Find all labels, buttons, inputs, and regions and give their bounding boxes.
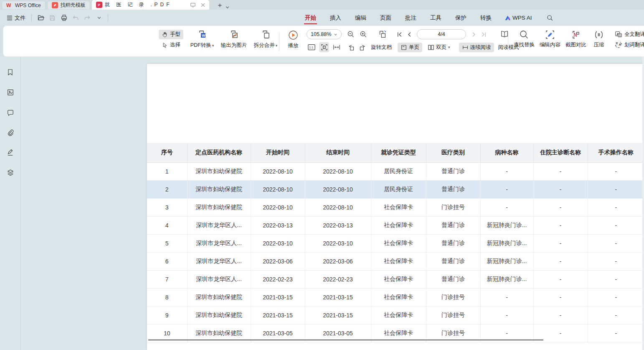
table-cell: 2022-08-10	[251, 180, 305, 198]
tab-list-chevron-icon[interactable]	[225, 5, 230, 10]
table-header-row: 序号 定点医药机构名称 开始时间 结束时间 就诊凭证类型 医疗类别 病种名称 住…	[147, 143, 644, 162]
tab-convert[interactable]: 转换	[479, 10, 492, 26]
hand-tool-button[interactable]: 手型	[159, 30, 183, 39]
tab-document-active[interactable]: P 就 医 记 录 .PDF	[92, 0, 210, 10]
fit-page-button[interactable]	[319, 42, 329, 52]
last-page-button[interactable]	[479, 29, 489, 39]
hamburger-icon	[7, 15, 13, 20]
page-indicator-input[interactable]: 4/4	[417, 29, 466, 39]
layers-icon[interactable]	[5, 167, 16, 178]
export-image-icon	[228, 29, 239, 40]
file-menu-button[interactable]: 文件	[4, 13, 28, 23]
table-cell: -	[480, 162, 533, 180]
tab-insert[interactable]: 插入	[329, 10, 342, 26]
table-cell: 深圳市龙华区人...	[187, 234, 251, 252]
bookmarks-icon[interactable]	[5, 67, 16, 78]
table-cell: 居民身份证	[371, 162, 426, 180]
play-button[interactable]: 播放	[284, 27, 302, 49]
table-row: 3 深圳市妇幼保健院 2022-08-10 2022-08-10 社会保障卡 门…	[147, 198, 644, 216]
compress-icon	[594, 30, 604, 40]
cursor-icon	[162, 42, 168, 48]
tab-page[interactable]: 页面	[379, 10, 392, 26]
zoom-out-button[interactable]	[346, 29, 356, 39]
table-cell: -	[480, 180, 533, 198]
table-cell: -	[533, 234, 588, 252]
table-cell: 1	[147, 162, 187, 180]
rotate-pages-icon[interactable]	[378, 29, 388, 39]
table-cell: 社会保障卡	[371, 288, 426, 306]
column-header: 就诊凭证类型	[371, 143, 426, 162]
print-icon[interactable]	[58, 13, 69, 23]
table-cell: -	[588, 306, 644, 324]
divider	[108, 14, 108, 22]
svg-text:1:1: 1:1	[309, 46, 313, 49]
rotate-doc-label[interactable]: 旋转文档	[371, 44, 392, 51]
table-cell: -	[533, 180, 588, 198]
table-cell: 3	[147, 198, 187, 216]
svg-text:W: W	[202, 33, 205, 38]
qat-more-chevron-icon[interactable]	[94, 13, 104, 23]
pdf-convert-button[interactable]: W PDF转换▾	[186, 28, 218, 49]
zoom-in-button[interactable]	[358, 29, 368, 39]
table-cell: 普通门诊	[426, 180, 480, 198]
rotate-left-button[interactable]	[346, 42, 356, 52]
open-file-icon[interactable]	[35, 13, 46, 23]
tab-edit[interactable]: 编辑	[354, 10, 367, 26]
table-cell: 深圳市龙华区人...	[187, 270, 251, 288]
table-cell: 社会保障卡	[371, 270, 426, 288]
screenshot-compare-icon	[571, 30, 581, 40]
screenshot-compare-button[interactable]: 截图对比	[563, 27, 589, 49]
undo-icon[interactable]	[70, 13, 81, 23]
next-page-button[interactable]	[469, 29, 479, 39]
split-merge-button[interactable]: 拆分合并▾	[250, 28, 281, 49]
table-cell: 社会保障卡	[371, 252, 426, 270]
signature-icon[interactable]	[5, 147, 16, 158]
ribbon-toolbar: 手型 选择 W PDF转换▾ 输出为图片 拆分合并▾	[3, 26, 644, 56]
double-page-icon	[428, 44, 434, 51]
zoom-level-select[interactable]: 105.88%	[307, 29, 342, 39]
tab-wps-office[interactable]: W WPS Office	[2, 1, 46, 9]
tab-protect[interactable]: 保护	[454, 10, 467, 26]
full-translation-button[interactable]: A 全文翻译	[615, 31, 644, 38]
thumbnails-icon[interactable]	[5, 87, 16, 98]
tab-docer-templates[interactable]: 找稻壳模板	[47, 1, 90, 9]
select-tool-button[interactable]: 选择	[159, 40, 183, 50]
wps-ai-button[interactable]: WPS AI	[505, 15, 532, 21]
table-cell: -	[588, 324, 644, 342]
search-icon[interactable]	[547, 15, 553, 21]
continuous-reading-button[interactable]: 连续阅读	[459, 43, 494, 52]
edit-content-button[interactable]: 编辑内容	[537, 27, 563, 49]
column-header: 手术操作名称	[588, 143, 644, 162]
vertical-scrollbar[interactable]	[642, 56, 644, 350]
comments-icon[interactable]	[5, 107, 16, 118]
tab-home[interactable]: 开始	[304, 10, 317, 26]
column-header: 病种名称	[480, 143, 533, 162]
rotate-right-button[interactable]	[357, 42, 368, 52]
table-cell: 7	[147, 270, 187, 288]
double-page-button[interactable]: 双页 ▾	[425, 43, 453, 52]
actual-size-button[interactable]: 1:1	[307, 42, 317, 52]
monitor-icon[interactable]	[189, 1, 197, 9]
tab-tools[interactable]: 工具	[429, 10, 442, 26]
attachments-icon[interactable]	[5, 127, 16, 138]
find-replace-button[interactable]: 查找替换	[511, 27, 537, 49]
save-icon[interactable]	[47, 13, 58, 23]
single-page-button[interactable]: 单页	[398, 43, 422, 52]
export-image-button[interactable]: 输出为图片	[218, 28, 250, 49]
pdf-doc-icon: P	[96, 2, 102, 8]
first-page-button[interactable]	[394, 29, 404, 39]
redo-icon[interactable]	[82, 13, 93, 23]
tab-comment[interactable]: 批注	[404, 10, 417, 26]
word-translation-button[interactable]: A 划词翻译 ▾	[615, 41, 644, 49]
fit-width-button[interactable]	[332, 42, 342, 52]
compress-button[interactable]: 压缩	[589, 27, 609, 49]
table-cell: 2022-03-10	[305, 234, 371, 252]
table-row: 1 深圳市妇幼保健院 2022-08-10 2022-08-10 居民身份证 普…	[147, 162, 644, 180]
previous-page-button[interactable]	[404, 29, 414, 39]
table-row: 4 深圳市龙华区人... 2022-03-13 2022-03-13 社会保障卡…	[147, 216, 644, 234]
table-cell: 深圳市龙华区人...	[187, 252, 251, 270]
new-tab-button[interactable]: +	[215, 1, 224, 10]
table-cell: 门诊挂号	[426, 306, 480, 324]
close-tab-icon[interactable]	[199, 1, 207, 9]
medical-records-table: 序号 定点医药机构名称 开始时间 结束时间 就诊凭证类型 医疗类别 病种名称 住…	[147, 143, 644, 342]
